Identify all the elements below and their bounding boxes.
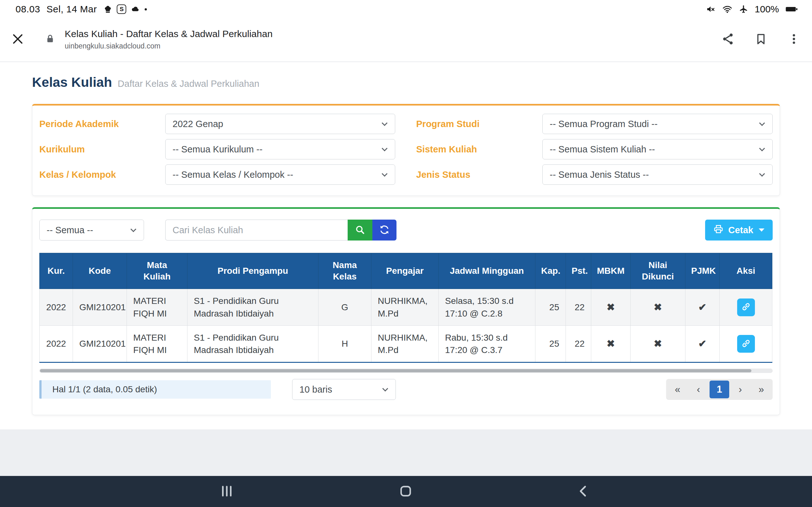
next-page-button[interactable]: › [730, 381, 750, 398]
kelas-table: Kur. Kode Mata Kuliah Prodi Pengampu Nam… [39, 253, 772, 363]
cell-mata-kuliah: MATERI FIQH MI [127, 326, 188, 362]
program-studi-select[interactable]: -- Semua Program Studi -- [542, 114, 773, 134]
page-1-button[interactable]: 1 [710, 381, 729, 398]
cell-prodi: S1 - Pendidikan Guru Madrasah Ibtidaiyah [188, 326, 318, 362]
battery-label: 100% [755, 4, 779, 14]
recents-icon [219, 484, 234, 499]
mbkm-cross-icon: ✖ [591, 326, 630, 362]
link-icon [741, 302, 751, 313]
page-title: Kelas Kuliah [32, 75, 112, 90]
cell-pst: 22 [566, 289, 591, 326]
chevron-down-icon [759, 146, 765, 151]
bookmark-button[interactable] [754, 32, 768, 47]
chevron-down-icon [131, 226, 136, 232]
chef-hat-icon [103, 4, 113, 14]
col-header-mbkm: MBKM [591, 253, 630, 289]
close-icon [11, 32, 25, 47]
col-header-aksi: Aksi [720, 253, 772, 289]
print-button-label: Cetak [728, 225, 753, 235]
pagination-controls: « ‹ 1 › » [666, 379, 773, 400]
nilai-dikunci-cross-icon: ✖ [630, 326, 686, 362]
main-content: Kelas Kuliah Daftar Kelas & Jadwal Perku… [0, 62, 812, 429]
chevron-down-icon [382, 386, 388, 391]
filter-label-sistem-kuliah: Sistem Kuliah [395, 144, 542, 155]
close-tab-button[interactable] [10, 32, 26, 47]
page-subtitle: Daftar Kelas & Jadwal Perkuliahan [118, 78, 259, 89]
search-field-select[interactable]: -- Semua -- [39, 220, 144, 240]
refresh-button[interactable] [372, 220, 397, 240]
screen: 08.03 Sel, 14 Mar S [0, 0, 812, 507]
back-icon [576, 484, 591, 499]
detail-link-button[interactable] [737, 335, 755, 353]
col-header-nilai-dikunci: Nilai Dikunci [630, 253, 686, 289]
filter-label-periode: Periode Akademik [39, 119, 165, 129]
search-group [165, 220, 397, 240]
wifi-icon [722, 4, 732, 14]
jenis-status-select[interactable]: -- Semua Jenis Status -- [542, 164, 773, 185]
recents-button[interactable] [216, 481, 238, 503]
detail-link-button[interactable] [737, 298, 755, 316]
cell-kode: GMI210201 [73, 326, 127, 362]
lock-icon [44, 33, 56, 46]
android-nav-bar [0, 476, 812, 507]
col-header-pengajar: Pengajar [371, 253, 439, 289]
filter-label-kelas-kelompok: Kelas / Kelompok [39, 170, 165, 180]
cell-jadwal: Selasa, 15:30 s.d 17:10 @ C.2.8 [439, 289, 536, 326]
page-title-block: Kelas Kuliah - Daftar Kelas & Jadwal Per… [65, 28, 272, 50]
cell-prodi: S1 - Pendidikan Guru Madrasah Ibtidaiyah [188, 289, 318, 326]
search-button[interactable] [348, 220, 372, 240]
kelas-kelompok-select[interactable]: -- Semua Kelas / Kelompok -- [165, 164, 395, 185]
search-input[interactable] [165, 220, 348, 240]
kurikulum-select[interactable]: -- Semua Kurikulum -- [165, 139, 395, 159]
cell-pengajar: NURHIKMA, M.Pd [371, 326, 439, 362]
col-header-prodi: Prodi Pengampu [188, 253, 318, 289]
refresh-icon [379, 224, 390, 236]
mute-icon [706, 4, 716, 14]
home-button[interactable] [395, 481, 417, 503]
browser-bar: Kelas Kuliah - Daftar Kelas & Jadwal Per… [0, 17, 812, 62]
cell-kur: 2022 [40, 289, 73, 326]
share-icon [721, 32, 735, 47]
table-header-row: Kur. Kode Mata Kuliah Prodi Pengampu Nam… [40, 253, 772, 289]
browser-url: uinbengkulu.siakadcloud.com [65, 42, 272, 50]
prev-page-button[interactable]: ‹ [689, 381, 708, 398]
col-header-mata-kuliah: Mata Kuliah [127, 253, 188, 289]
col-header-kap: Kap. [536, 253, 566, 289]
pjmk-check-icon: ✔ [686, 326, 720, 362]
back-button[interactable] [572, 481, 595, 503]
site-security-button[interactable] [44, 33, 56, 46]
airplane-icon [739, 4, 748, 14]
last-page-button[interactable]: » [751, 381, 771, 398]
link-icon [741, 339, 751, 349]
status-bar: 08.03 Sel, 14 Mar S [0, 0, 812, 17]
notification-dot-icon [145, 8, 147, 10]
table-row: 2022 GMI210201 MATERI FIQH MI S1 - Pendi… [40, 326, 772, 362]
pjmk-check-icon: ✔ [686, 289, 720, 326]
sistem-kuliah-select[interactable]: -- Semua Sistem Kuliah -- [542, 139, 773, 159]
print-icon [713, 224, 723, 236]
col-header-kur: Kur. [40, 253, 73, 289]
chevron-down-icon [382, 146, 387, 151]
chevron-down-icon [759, 120, 765, 126]
scrollbar-thumb[interactable] [40, 369, 751, 372]
table-panel: -- Semua -- [32, 207, 780, 415]
cell-aksi [720, 326, 772, 362]
periode-akademik-select[interactable]: 2022 Genap [165, 114, 395, 134]
filter-label-jenis-status: Jenis Status [395, 170, 542, 180]
bookmark-icon [754, 32, 768, 47]
chevron-down-icon [759, 171, 765, 176]
first-page-button[interactable]: « [668, 381, 687, 398]
rows-per-page-select[interactable]: 10 baris [292, 379, 396, 400]
page-header: Kelas Kuliah Daftar Kelas & Jadwal Perku… [32, 62, 780, 90]
page-background [0, 429, 812, 476]
battery-icon [785, 5, 798, 14]
print-button[interactable]: Cetak [705, 220, 773, 240]
cell-pst: 22 [566, 326, 591, 362]
browser-page-title: Kelas Kuliah - Daftar Kelas & Jadwal Per… [65, 28, 272, 40]
cell-aksi [720, 289, 772, 326]
kebab-menu-icon [788, 33, 800, 46]
pagination-info: Hal 1/1 (2 data, 0.05 detik) [39, 380, 271, 399]
cell-nama-kelas: H [318, 326, 371, 362]
share-button[interactable] [721, 32, 735, 47]
browser-menu-button[interactable] [786, 32, 801, 47]
